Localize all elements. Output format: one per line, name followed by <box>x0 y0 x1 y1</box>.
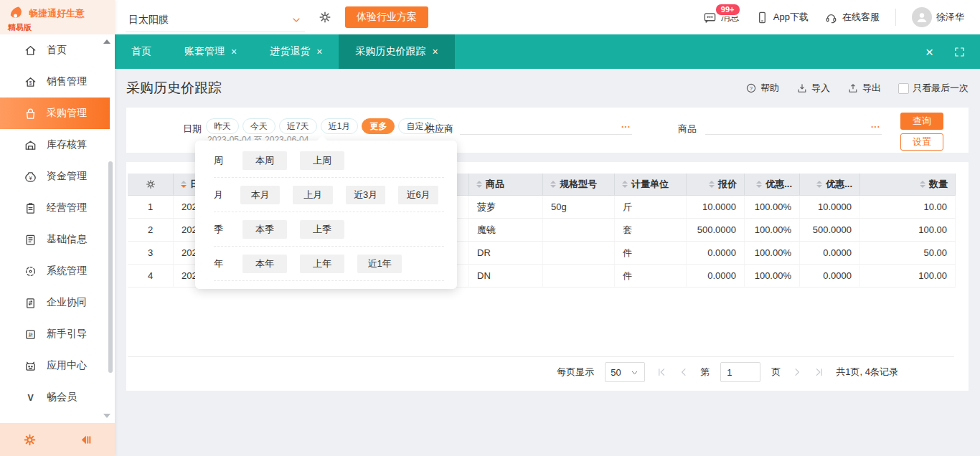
home-icon <box>24 44 37 57</box>
more-pill[interactable]: 更多 <box>362 118 395 134</box>
prev-page-icon[interactable] <box>678 366 689 378</box>
last-page-icon[interactable] <box>814 366 825 378</box>
date-range-option[interactable]: 上月 <box>293 186 333 204</box>
last-only-toggle[interactable]: 只看最后一次 <box>898 82 969 95</box>
sidebar-item-operations[interactable]: 经营管理 <box>0 192 115 224</box>
sidebar-item-purchase[interactable]: 采购管理 <box>0 98 110 129</box>
column-header[interactable]: 数量 <box>860 174 956 195</box>
export-button[interactable]: 导出 <box>847 82 881 95</box>
date-range-option[interactable]: 本年 <box>242 255 287 273</box>
table-cell <box>543 219 615 241</box>
dropdown-group-label: 年 <box>214 257 235 270</box>
sort-icons[interactable] <box>756 181 762 188</box>
sort-icons[interactable] <box>550 181 556 188</box>
sidebar-item-funds[interactable]: ¥资金管理 <box>0 161 115 192</box>
sort-icons[interactable] <box>622 181 628 188</box>
settings-gear-icon[interactable] <box>23 433 37 447</box>
tab-2[interactable]: 进货退货× <box>253 34 339 69</box>
last-only-checkbox[interactable] <box>898 83 909 94</box>
sort-icons[interactable] <box>920 181 925 188</box>
sidebar-scroll-up-icon[interactable] <box>103 39 110 44</box>
trial-plan-button[interactable]: 体验行业方案 <box>345 6 428 28</box>
chevron-down-icon[interactable] <box>291 14 302 26</box>
clipboard-sync-icon <box>24 296 37 310</box>
import-button[interactable]: 导入 <box>796 82 830 95</box>
column-header[interactable]: 规格型号 <box>543 174 615 195</box>
tab-close-icon[interactable]: × <box>231 47 237 57</box>
sidebar-item-inventory[interactable]: 库存核算 <box>0 129 115 161</box>
gear-icon[interactable] <box>318 10 332 24</box>
table-cell: 500.0000 <box>800 219 860 241</box>
next-page-icon[interactable] <box>791 366 803 378</box>
sidebar-item-home[interactable]: 首页 <box>0 34 115 66</box>
export-icon <box>847 82 859 94</box>
sort-icons[interactable] <box>816 181 822 188</box>
topbar: 日太阳膜 体验行业方案 消息 99+ App下载 在线客服 徐泽华 <box>115 0 980 34</box>
tab-1[interactable]: 账套管理× <box>168 34 253 69</box>
supplier-input[interactable]: ... <box>460 116 632 135</box>
date-range-option[interactable]: 本月 <box>240 186 281 204</box>
supplier-lookup-trigger[interactable]: ... <box>621 120 631 130</box>
query-button[interactable]: 查询 <box>900 113 943 130</box>
fullscreen-icon[interactable] <box>953 46 966 58</box>
tab-3[interactable]: 采购历史价跟踪× <box>339 34 454 69</box>
collapse-sidebar-icon[interactable] <box>78 433 92 447</box>
date-range-option[interactable]: 上季 <box>300 220 344 239</box>
product-lookup-trigger[interactable]: ... <box>871 120 880 130</box>
sidebar-item-label: 采购管理 <box>47 107 87 120</box>
column-header[interactable]: 优惠... <box>745 174 800 195</box>
column-header[interactable]: 商品 <box>469 174 543 195</box>
first-page-icon[interactable] <box>656 366 667 378</box>
table-cell: 100.00% <box>745 196 800 218</box>
column-header[interactable]: 优惠... <box>800 174 860 195</box>
product-input[interactable]: ... <box>705 116 882 135</box>
column-header[interactable]: 计量单位 <box>615 174 687 195</box>
app-download-item[interactable]: App下载 <box>755 11 809 24</box>
column-header[interactable]: 报价 <box>687 174 745 195</box>
tab-close-icon[interactable]: × <box>432 47 438 57</box>
table-settings-gear-icon[interactable] <box>145 179 156 190</box>
quick-date-pill[interactable]: 今天 <box>242 118 275 134</box>
user-item[interactable]: 徐泽华 <box>912 7 964 27</box>
sidebar-item-basic-info[interactable]: 基础信息 <box>0 224 115 255</box>
date-range-option[interactable]: 上年 <box>300 255 344 273</box>
messages-item[interactable]: 消息 99+ <box>703 11 740 24</box>
sidebar-item-member[interactable]: V畅会员 <box>0 381 115 413</box>
table-cell: 50g <box>543 196 615 218</box>
sidebar-item-guide[interactable]: 新新手引导 <box>0 318 115 350</box>
date-range-option[interactable]: 本周 <box>242 151 287 170</box>
close-all-tabs-icon[interactable]: × <box>925 45 933 59</box>
tab-close-icon[interactable]: × <box>316 47 322 57</box>
date-range-option[interactable]: 近6月 <box>398 186 438 204</box>
warehouse-icon <box>24 138 37 152</box>
settings-button[interactable]: 设置 <box>900 133 943 151</box>
sidebar-scroll-down-icon[interactable] <box>103 414 110 418</box>
date-range-option[interactable]: 上周 <box>300 151 344 170</box>
quick-date-pill[interactable]: 近1月 <box>321 118 359 134</box>
page-prefix: 第 <box>700 366 710 379</box>
app-download-label: App下载 <box>773 11 809 24</box>
pagination: 每页显示 50 第 页 共1页, 4条记录 <box>128 356 954 387</box>
sidebar-item-sales[interactable]: $销售管理 <box>0 66 115 98</box>
account-select[interactable]: 日太阳膜 <box>126 8 305 32</box>
date-range-option[interactable]: 近1年 <box>357 255 402 273</box>
date-range-option[interactable]: 近3月 <box>346 186 386 204</box>
quick-date-pill[interactable]: 近7天 <box>279 118 317 134</box>
online-service-item[interactable]: 在线客服 <box>824 11 880 24</box>
sidebar-item-app-center[interactable]: 应用中心 <box>0 350 115 381</box>
tab-0[interactable]: 首页 <box>115 34 168 69</box>
sort-icons[interactable] <box>709 181 715 188</box>
sidebar-item-system[interactable]: 系统管理 <box>0 255 115 287</box>
sort-icons[interactable] <box>476 181 482 188</box>
page-number-input[interactable] <box>720 362 760 382</box>
brand-row: 畅捷通好生意 <box>0 0 115 22</box>
sidebar-scrollbar[interactable] <box>108 161 113 373</box>
help-button[interactable]: ? 帮助 <box>745 82 779 95</box>
sidebar-item-label: 销售管理 <box>47 75 87 88</box>
username: 徐泽华 <box>936 11 964 24</box>
sort-icons[interactable] <box>181 181 187 188</box>
per-page-select[interactable]: 50 <box>605 362 645 382</box>
quick-date-pill[interactable]: 昨天 <box>206 118 239 134</box>
sidebar-item-collaboration[interactable]: 企业协同 <box>0 287 115 318</box>
date-range-option[interactable]: 本季 <box>242 220 287 239</box>
